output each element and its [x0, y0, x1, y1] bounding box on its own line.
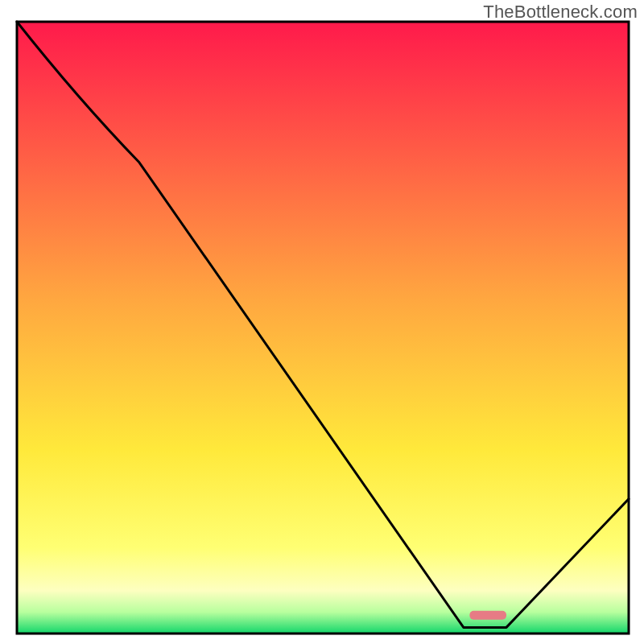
chart-background [17, 22, 629, 634]
optimal-range-marker [469, 611, 506, 620]
chart-frame: TheBottleneck.com [0, 0, 644, 644]
bottleneck-chart [0, 0, 644, 644]
